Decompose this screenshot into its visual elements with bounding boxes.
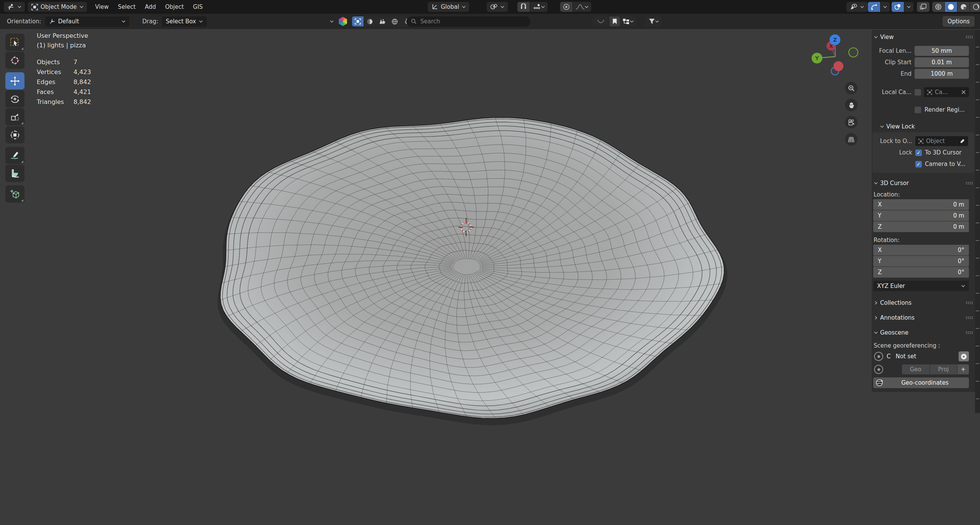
cursor-rotation-y-field[interactable]: Y 0° <box>873 256 969 267</box>
crs-letter: C <box>887 353 890 360</box>
search-field[interactable] <box>406 16 530 27</box>
panel-grip-handle[interactable] <box>965 182 973 185</box>
render-region-checkbox[interactable] <box>915 107 921 113</box>
transform-orientation-dropdown[interactable]: Global <box>428 2 469 12</box>
filter-geometry-button[interactable] <box>376 16 388 26</box>
orthographic-toggle-button[interactable] <box>845 133 858 146</box>
filter-world-button[interactable] <box>389 16 401 26</box>
clip-start-field[interactable]: 0.01 m <box>915 57 969 67</box>
menu-add[interactable]: Add <box>140 2 160 12</box>
clip-end-field[interactable]: 1000 m <box>915 69 969 79</box>
render-region-button[interactable] <box>917 2 929 12</box>
geo-button[interactable]: Geo <box>902 364 929 374</box>
panel-grip-handle[interactable] <box>965 331 973 334</box>
focal-length-field[interactable]: 50 mm <box>915 46 969 56</box>
lock-to-3d-cursor-checkbox[interactable]: ✓ <box>915 150 922 156</box>
mode-dropdown[interactable]: Object Mode <box>28 2 87 12</box>
curve-preset-button[interactable] <box>592 16 609 26</box>
snap-settings-dropdown[interactable] <box>530 2 548 12</box>
lock-to-object-field[interactable]: Object <box>915 136 968 146</box>
filter-dropdown-button[interactable] <box>646 16 662 26</box>
crs-radio[interactable] <box>874 352 883 361</box>
geo-coordinates-button[interactable]: Geo-coordinates <box>873 377 969 388</box>
gizmo-axis-neg-x[interactable] <box>833 61 843 71</box>
bookmark-button[interactable] <box>610 16 620 26</box>
tool-orientation-dropdown[interactable]: Default <box>45 16 129 27</box>
pivot-point-icon <box>490 3 498 10</box>
panel-header-geoscene[interactable]: Geoscene <box>872 327 975 338</box>
cursor-tool[interactable] <box>5 52 24 69</box>
menu-gis[interactable]: GIS <box>188 2 207 12</box>
close-icon[interactable] <box>961 90 966 94</box>
shading-rendered-button[interactable] <box>970 2 980 12</box>
proj-button[interactable]: Proj <box>930 364 957 374</box>
xray-controls <box>892 2 913 12</box>
scale-tool[interactable] <box>5 108 24 125</box>
add-cube-tool[interactable] <box>5 185 24 203</box>
outliner-display-button[interactable] <box>620 16 636 26</box>
move-tool[interactable] <box>5 72 24 89</box>
panel-header-annotations[interactable]: Annotations <box>872 312 975 323</box>
select-box-tool[interactable] <box>5 34 24 51</box>
proportional-edit-toggle[interactable] <box>560 2 572 12</box>
pan-button[interactable] <box>845 99 858 111</box>
measure-tool[interactable] <box>5 165 24 182</box>
crs-row: C Not set <box>872 350 975 363</box>
add-crs-button[interactable]: + <box>957 364 969 374</box>
overlays-dropdown[interactable] <box>881 2 890 12</box>
blendergis-logo-icon[interactable] <box>338 17 347 26</box>
filter-material-button[interactable] <box>364 16 376 26</box>
geo-proj-radio[interactable] <box>874 365 883 374</box>
menu-select[interactable]: Select <box>113 2 140 12</box>
zoom-button[interactable] <box>845 82 858 94</box>
snap-toggle-button[interactable] <box>517 2 530 12</box>
annotate-tool[interactable] <box>5 147 24 164</box>
menu-view[interactable]: View <box>91 2 114 12</box>
search-extra-group <box>592 16 620 26</box>
drag-mode-dropdown[interactable]: Select Box <box>162 16 207 27</box>
viewport-shading-controls <box>932 2 980 12</box>
xray-dropdown[interactable] <box>904 2 913 12</box>
xray-toggle[interactable] <box>892 2 904 12</box>
eyedropper-icon[interactable] <box>960 138 965 144</box>
local-camera-checkbox[interactable] <box>915 89 921 96</box>
sidebar-scroll-strip[interactable] <box>975 30 980 413</box>
pivot-point-dropdown[interactable] <box>487 2 508 12</box>
gizmos-dropdown[interactable] <box>846 2 867 12</box>
select-box-icon <box>10 37 20 47</box>
cursor-rotation-x-field[interactable]: X 0° <box>873 245 969 255</box>
shading-material-button[interactable] <box>957 2 970 12</box>
navigation-gizmo[interactable]: X Y Z <box>810 34 861 78</box>
cursor-location-x-field[interactable]: X 0 m <box>873 199 969 210</box>
crs-settings-button[interactable] <box>959 351 969 361</box>
rotate-tool[interactable] <box>5 90 24 107</box>
camera-to-view-checkbox[interactable]: ✓ <box>915 161 922 167</box>
panel-grip-handle[interactable] <box>965 316 973 319</box>
options-button[interactable]: Options <box>942 16 975 27</box>
axis-value: 0° <box>958 247 964 254</box>
collapse-chevron-icon[interactable] <box>330 20 334 23</box>
cursor-location-z-field[interactable]: Z 0 m <box>873 221 969 232</box>
shading-wireframe-button[interactable] <box>932 2 944 12</box>
camera-view-button[interactable] <box>845 116 858 128</box>
menu-object[interactable]: Object <box>160 2 188 12</box>
editor-type-dropdown[interactable] <box>4 2 25 12</box>
filter-object-button[interactable] <box>352 16 364 26</box>
cursor-rotation-z-field[interactable]: Z 0° <box>873 267 969 278</box>
panel-grip-handle[interactable] <box>965 301 973 304</box>
rotation-mode-dropdown[interactable]: XYZ Euler <box>873 281 969 291</box>
proportional-falloff-dropdown[interactable] <box>573 2 591 12</box>
panel-header-view[interactable]: View <box>872 31 975 43</box>
panel-grip-handle[interactable] <box>965 36 973 39</box>
gizmo-axis-neg-y[interactable] <box>849 48 858 57</box>
panel-header-view-lock[interactable]: View Lock <box>872 121 975 132</box>
show-overlays-toggle[interactable] <box>868 2 880 12</box>
transform-tool[interactable] <box>5 126 24 143</box>
panel-header-collections[interactable]: Collections <box>872 297 975 309</box>
search-input[interactable] <box>420 18 526 25</box>
local-camera-value: Ca... <box>935 89 948 96</box>
panel-header-3d-cursor[interactable]: 3D Cursor <box>872 177 975 189</box>
cursor-location-y-field[interactable]: Y 0 m <box>873 210 969 221</box>
shading-solid-button[interactable] <box>945 2 957 12</box>
local-camera-object-field[interactable]: Ca... <box>924 87 969 97</box>
